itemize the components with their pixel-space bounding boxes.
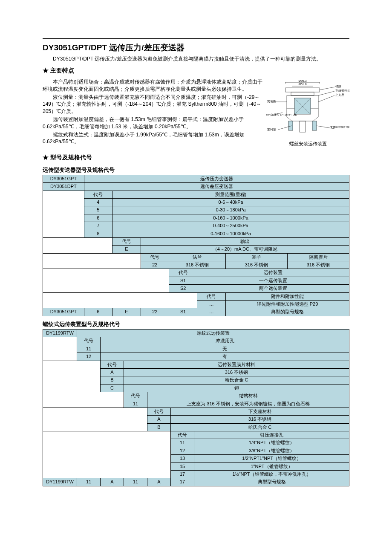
table-row: 代号 附件和附加性能 xyxy=(43,292,349,300)
svg-text:Ø95.3: Ø95.3 xyxy=(298,79,306,82)
svg-text:NPT连接孔
1/4-18NPT(典): NPT连接孔 1/4-18NPT(典) xyxy=(266,113,297,116)
svg-rect-14 xyxy=(300,121,306,132)
mounting-diagram-icon: Ø95.3 Ø51.8 铭牌 xyxy=(266,78,349,138)
intro-text: DY3051GPT/DPT 远传压力/差压变送器为避免被测介质直接与隔离膜片接触… xyxy=(43,55,349,63)
svg-line-16 xyxy=(318,91,334,95)
table-row: 50-30～180kPa xyxy=(43,206,349,214)
table1-heading: 远传型变送器型号及规格代号 xyxy=(43,166,349,174)
svg-text:支撑标准螺管
螺纹或承压连接: 支撑标准螺管 螺纹或承压连接 xyxy=(330,125,349,128)
table-row: 代号 结构材料 xyxy=(43,392,349,400)
table-row: 40-6～40kPa xyxy=(43,198,349,206)
table-row: DY1199RTW 螺纹式远传装置 xyxy=(43,329,349,337)
table-row: 代号 输出 xyxy=(43,237,349,245)
table-row: DY3051DPT 远传差压变送器 xyxy=(43,183,349,191)
table-row: 代号 引压连接孔 xyxy=(43,431,349,439)
table-row: 12有 xyxy=(43,353,349,361)
models-heading-text: 型号及规格代号 xyxy=(50,154,92,161)
table-row: DY1199RTW 11 A 11 A 17 典型型号规格 xyxy=(43,478,349,486)
table-row: 代号 下支座材料 xyxy=(43,408,349,415)
svg-rect-12 xyxy=(288,121,293,130)
model-cell: DY3051GPT xyxy=(43,175,84,182)
table-row: 11无 xyxy=(43,345,349,353)
desc-cell: 远传差压变送器 xyxy=(84,183,349,191)
range-hdr: 测量范围(量程) xyxy=(112,191,349,198)
table-row: 80-1600～10000kPa xyxy=(43,230,349,237)
star-icon: ★ xyxy=(43,67,49,74)
star-icon: ★ xyxy=(43,154,49,161)
table-row: 70-400～2500kPa xyxy=(43,222,349,230)
table-row: 代号 冲洗用孔 xyxy=(43,337,349,345)
table-row: 代号 远传装置 xyxy=(43,269,349,277)
svg-text:安装圈: 安装圈 xyxy=(267,100,276,103)
svg-text:某衬垫: 某衬垫 xyxy=(267,128,276,131)
desc-cell: 远传压力变送器 xyxy=(84,175,349,182)
svg-text:Ø51.8: Ø51.8 xyxy=(298,83,306,86)
table-row: 代号 测量范围(量程) xyxy=(43,191,349,198)
table-row: DY3051GPT 远传压力变送器 xyxy=(43,175,349,182)
features-section: Ø95.3 Ø51.8 铭牌 xyxy=(43,78,349,149)
table-row: DY3051GPT 6 E 22 S1 … 典型的型号规格 xyxy=(43,308,349,316)
svg-text:上支座: 上支座 xyxy=(335,93,344,96)
mounting-figure: Ø95.3 Ø51.8 铭牌 xyxy=(266,78,349,147)
transmitter-spec-table: DY3051GPT 远传压力变送器 DY3051DPT 远传差压变送器 代号 测… xyxy=(43,175,349,316)
svg-rect-13 xyxy=(312,121,317,130)
models-heading: ★ 型号及规格代号 xyxy=(43,153,349,162)
table-row: 60-160～1000kPa xyxy=(43,214,349,222)
svg-text:毛细管连接: 毛细管连接 xyxy=(335,89,349,92)
table-row: 代号 法兰 塞子 隔离膜片 xyxy=(43,253,349,261)
code-hdr: 代号 xyxy=(84,191,112,198)
svg-text:铭牌: 铭牌 xyxy=(335,85,341,88)
svg-rect-6 xyxy=(285,88,320,92)
table-row: 代号 远传装置膜片材料 xyxy=(43,361,349,368)
page-title: DY3051GPT/DPT 远传压力/差压变送器 xyxy=(43,42,349,54)
threaded-remote-spec-table: DY1199RTW 螺纹式远传装置 代号 冲洗用孔 11无 12有 代号 远传装… xyxy=(43,329,349,486)
features-heading: ★ 主要特点 xyxy=(43,66,349,75)
figure-caption: 螺丝安装远传装置 xyxy=(266,141,349,147)
svg-line-15 xyxy=(320,87,334,90)
model-cell: DY3051DPT xyxy=(43,183,84,191)
svg-rect-7 xyxy=(291,92,314,95)
top-rule xyxy=(43,38,349,39)
features-heading-text: 主要特点 xyxy=(50,67,74,74)
table2-heading: 螺纹式远传装置型号及规格代号 xyxy=(43,321,349,328)
svg-line-17 xyxy=(318,95,334,102)
